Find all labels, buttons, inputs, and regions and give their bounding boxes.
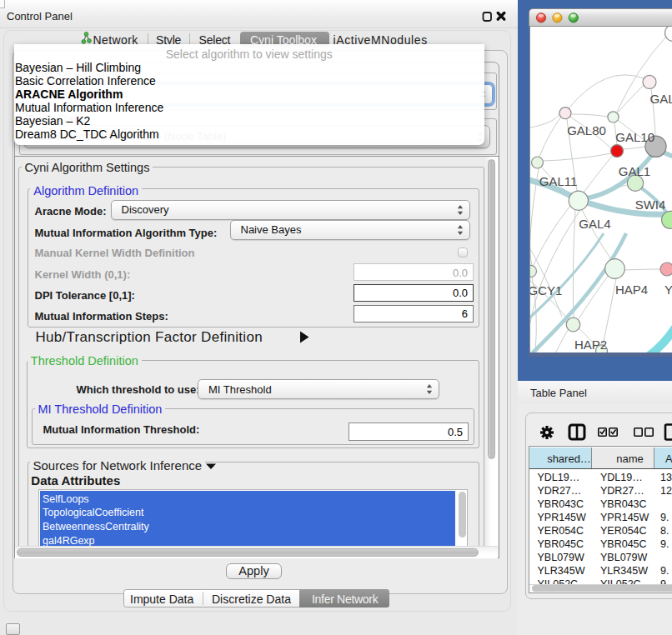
svg-text:GAL1: GAL1	[618, 163, 649, 178]
svg-text:GAL11: GAL11	[539, 174, 577, 188]
svg-text:GAL2: GAL2	[649, 91, 672, 105]
svg-text:HAP2: HAP2	[574, 337, 606, 351]
svg-text:GCY1: GCY1	[530, 283, 562, 298]
svg-text:YM: YM	[664, 282, 672, 297]
svg-text:SWI4: SWI4	[634, 198, 665, 212]
svg-text:HAP4: HAP4	[614, 282, 647, 297]
svg-text:GAL80: GAL80	[567, 123, 606, 138]
svg-text:GAL10: GAL10	[615, 129, 654, 143]
svg-text:GAL4: GAL4	[579, 217, 610, 231]
